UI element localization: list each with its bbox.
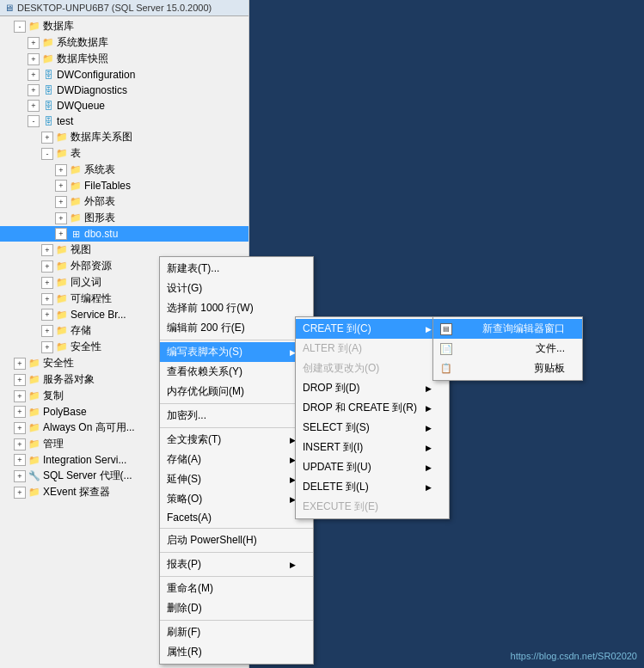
- menu-label: 新建表(T)...: [167, 261, 219, 276]
- menu-item-file[interactable]: 📄 文件...: [433, 339, 582, 359]
- menu-item-encrypt[interactable]: 加密列...: [160, 406, 313, 426]
- expander-storage[interactable]: +: [41, 325, 53, 337]
- tree-label: dbo.stu: [84, 228, 118, 240]
- menu-item-clipboard[interactable]: 📋 剪贴板: [433, 359, 582, 378]
- tree-item-databases[interactable]: - 📁 数据库: [0, 18, 248, 34]
- menu-item-drop-to[interactable]: DROP 到(D): [296, 378, 449, 398]
- expander-graph-tables[interactable]: +: [55, 212, 67, 224]
- expander-prog[interactable]: +: [41, 293, 53, 305]
- expander-test[interactable]: -: [28, 115, 40, 127]
- expander-polybase[interactable]: +: [14, 406, 26, 418]
- expander-ext-res[interactable]: +: [41, 260, 53, 273]
- menu-item-start-ps[interactable]: 启动 PowerShell(H): [160, 530, 313, 550]
- tree-label: 表: [71, 146, 81, 161]
- expander-xevent[interactable]: +: [14, 487, 26, 499]
- folder-icon: 📁: [28, 20, 41, 34]
- expander-security-db[interactable]: +: [41, 341, 53, 353]
- expander-security2[interactable]: +: [14, 358, 26, 370]
- menu-item-select-to[interactable]: SELECT 到(S): [296, 418, 449, 438]
- tree-item-db-snapshot[interactable]: + 📁 数据库快照: [0, 51, 248, 67]
- tree-label: 可编程性: [71, 291, 112, 306]
- menu-item-reports[interactable]: 报表(P): [160, 555, 313, 574]
- expander-always-on[interactable]: +: [14, 422, 26, 434]
- menu-label: 编写表脚本为(S): [167, 345, 242, 359]
- menu-item-new-table[interactable]: 新建表(T)...: [160, 259, 313, 279]
- menu-item-extend[interactable]: 延伸(S): [160, 469, 313, 489]
- menu-item-refresh[interactable]: 刷新(F): [160, 622, 313, 642]
- menu-item-alter-to[interactable]: ALTER 到(A): [296, 339, 449, 359]
- menu-item-rename[interactable]: 重命名(M): [160, 579, 313, 598]
- expander-sys-db[interactable]: +: [28, 37, 40, 49]
- menu-label: 加密列...: [167, 408, 206, 423]
- menu-label: INSERT 到(I): [303, 440, 363, 455]
- folder-icon: 📁: [28, 373, 41, 387]
- tree-item-dbo-stu[interactable]: + ⊞ dbo.stu: [0, 226, 248, 242]
- separator: [160, 552, 313, 553]
- menu-item-properties[interactable]: 属性(R): [160, 642, 313, 662]
- expander-databases[interactable]: -: [14, 21, 26, 33]
- tree-label: Service Br...: [71, 309, 126, 321]
- tree-label: 外部表: [84, 194, 115, 209]
- expander-filetables[interactable]: +: [55, 180, 67, 192]
- expander-ext-tables[interactable]: +: [55, 196, 67, 208]
- expander-integration[interactable]: +: [14, 454, 26, 466]
- menu-item-create-alter[interactable]: 创建或更改为(O): [296, 359, 449, 378]
- tree-item-db-diagram[interactable]: + 📁 数据库关系图: [0, 129, 248, 145]
- tree-item-dwdiag[interactable]: + 🗄 DWDiagnostics: [0, 83, 248, 98]
- menu-item-view-deps[interactable]: 查看依赖关系(Y): [160, 362, 313, 382]
- menu-item-execute-to[interactable]: EXECUTE 到(E): [296, 497, 449, 517]
- menu-item-new-query-editor[interactable]: ▤ 新查询编辑器窗口: [433, 319, 582, 339]
- expander-db-snapshot[interactable]: +: [28, 53, 40, 65]
- menu-item-design[interactable]: 设计(G): [160, 279, 313, 298]
- expander-db-diagram[interactable]: +: [41, 132, 53, 144]
- expander-synonyms[interactable]: +: [41, 277, 53, 289]
- menu-item-delete[interactable]: 删除(D): [160, 598, 313, 618]
- tree-item-dwconfig[interactable]: + 🗄 DWConfiguration: [0, 67, 248, 83]
- separator: [160, 427, 313, 428]
- tree-item-ext-tables[interactable]: + 📁 外部表: [0, 193, 248, 210]
- menu-item-drop-create[interactable]: DROP 和 CREATE 到(R): [296, 398, 449, 418]
- menu-item-delete-to[interactable]: DELETE 到(L): [296, 477, 449, 497]
- folder-icon: 📁: [55, 308, 69, 322]
- context-menu-1: 新建表(T)... 设计(G) 选择前 1000 行(W) 编辑前 200 行(…: [159, 256, 314, 665]
- expander-views[interactable]: +: [41, 244, 53, 256]
- menu-label: 重命名(M): [167, 581, 213, 596]
- menu-item-create-to[interactable]: CREATE 到(C): [296, 319, 449, 339]
- menu-item-fulltext[interactable]: 全文搜索(T): [160, 430, 313, 450]
- tree-item-test[interactable]: - 🗄 test: [0, 113, 248, 129]
- tree-item-filetables[interactable]: + 📁 FileTables: [0, 178, 248, 193]
- expander-tables[interactable]: -: [41, 148, 53, 160]
- menu-item-insert-to[interactable]: INSERT 到(I): [296, 438, 449, 457]
- menu-item-facets[interactable]: Facets(A): [160, 509, 313, 526]
- expander-dwqueue[interactable]: +: [28, 100, 40, 112]
- menu-item-mem-opt[interactable]: 内存优化顾问(M): [160, 382, 313, 401]
- expander-sys-tables[interactable]: +: [55, 164, 67, 176]
- menu-label: 延伸(S): [167, 472, 201, 487]
- expander-server-objects[interactable]: +: [14, 374, 26, 386]
- menu-item-storage2[interactable]: 存储(A): [160, 450, 313, 469]
- folder-icon: 📁: [28, 486, 41, 499]
- tree-item-tables[interactable]: - 📁 表: [0, 145, 248, 162]
- expander-svc-broker[interactable]: +: [41, 309, 53, 321]
- expander-dbo-stu[interactable]: +: [55, 228, 67, 240]
- expander-dwconfig[interactable]: +: [28, 69, 40, 81]
- menu-item-script-as[interactable]: 编写表脚本为(S): [160, 342, 313, 362]
- expander-sql-agent[interactable]: +: [14, 470, 26, 482]
- tree-label: 存储: [71, 323, 91, 338]
- menu-label: 查看依赖关系(Y): [167, 365, 242, 379]
- expander-replication[interactable]: +: [14, 390, 26, 402]
- file-icon: 📄: [440, 343, 452, 355]
- tree-label: 同义词: [71, 275, 101, 290]
- tree-label: 复制: [43, 389, 64, 403]
- menu-item-policy[interactable]: 策略(O): [160, 489, 313, 509]
- expander-dwdiag[interactable]: +: [28, 84, 40, 96]
- tree-item-graph-tables[interactable]: + 📁 图形表: [0, 210, 248, 226]
- tree-item-dwqueue[interactable]: + 🗄 DWQueue: [0, 98, 248, 113]
- expander-management[interactable]: +: [14, 438, 26, 450]
- tree-item-sys-db[interactable]: + 📁 系统数据库: [0, 34, 248, 51]
- menu-item-select-top[interactable]: 选择前 1000 行(W): [160, 298, 313, 318]
- menu-label: 编辑前 200 行(E): [167, 321, 245, 335]
- tree-item-sys-tables[interactable]: + 📁 系统表: [0, 162, 248, 178]
- menu-item-update-to[interactable]: UPDATE 到(U): [296, 457, 449, 477]
- menu-item-edit-top[interactable]: 编辑前 200 行(E): [160, 318, 313, 338]
